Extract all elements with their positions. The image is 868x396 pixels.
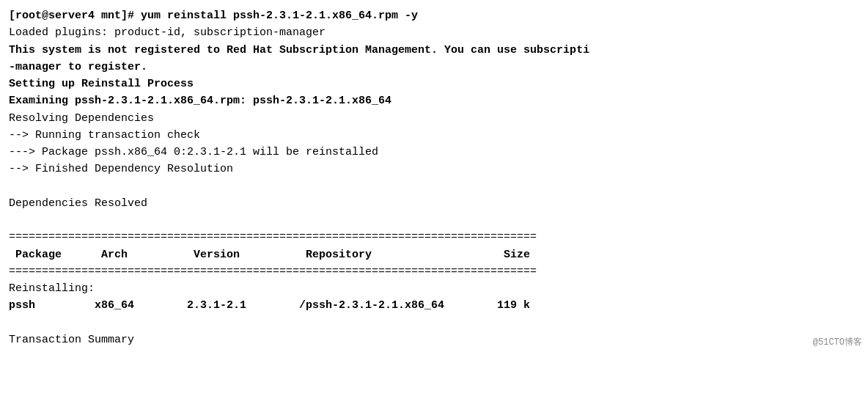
blank-line xyxy=(9,315,859,331)
output-line-4: -manager to register. xyxy=(9,59,859,76)
output-line-8: --> Running transaction check xyxy=(9,127,859,144)
output-line-12: Dependencies Resolved xyxy=(9,195,859,212)
output-line-13 xyxy=(9,212,859,229)
output-line-6: Examining pssh-2.3.1-2.1.x86_64.rpm: pss… xyxy=(9,92,859,109)
output-line-9: ---> Package pssh.x86_64 0:2.3.1-2.1 wil… xyxy=(9,144,859,161)
command-line: [root@server4 mnt]# yum reinstall pssh-2… xyxy=(9,7,859,24)
separator-top: ========================================… xyxy=(9,229,859,246)
output-line-11 xyxy=(9,178,859,195)
terminal-output: [root@server4 mnt]# yum reinstall pssh-2… xyxy=(0,0,868,356)
output-line-2: Loaded plugins: product-id, subscription… xyxy=(9,24,859,41)
output-line-7: Resolving Dependencies xyxy=(9,110,859,127)
table-header: Package Arch Version Repository Size xyxy=(9,246,859,263)
output-line-3: This system is not registered to Red Hat… xyxy=(9,42,859,59)
separator-header: ========================================… xyxy=(9,263,859,280)
separator-bottom: Transaction Summary xyxy=(9,331,859,348)
watermark: @51CTO博客 xyxy=(813,336,862,350)
package-row: pssh x86_64 2.3.1-2.1 /pssh-2.3.1-2.1.x8… xyxy=(9,297,859,314)
reinstalling-label: Reinstalling: xyxy=(9,280,859,297)
output-line-10: --> Finished Dependency Resolution xyxy=(9,161,859,177)
output-line-5: Setting up Reinstall Process xyxy=(9,76,859,92)
